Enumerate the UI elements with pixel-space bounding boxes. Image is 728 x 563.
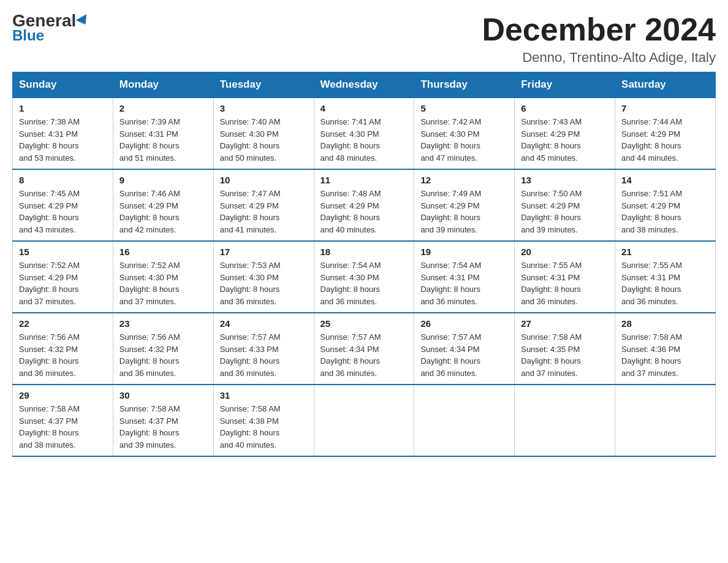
day-info: Sunrise: 7:41 AM Sunset: 4:30 PM Dayligh… [320,116,408,164]
calendar-header-row: Sunday Monday Tuesday Wednesday Thursday… [13,72,716,98]
day-number: 14 [621,175,709,185]
table-row: 9 Sunrise: 7:46 AM Sunset: 4:29 PM Dayli… [113,169,213,241]
day-info: Sunrise: 7:50 AM Sunset: 4:29 PM Dayligh… [521,188,609,236]
day-info: Sunrise: 7:48 AM Sunset: 4:29 PM Dayligh… [320,188,408,236]
day-number: 2 [119,103,207,113]
day-info: Sunrise: 7:53 AM Sunset: 4:30 PM Dayligh… [220,259,308,307]
col-sunday: Sunday [13,72,113,98]
day-number: 13 [521,175,609,185]
table-row: 1 Sunrise: 7:38 AM Sunset: 4:31 PM Dayli… [13,98,113,169]
day-info: Sunrise: 7:51 AM Sunset: 4:29 PM Dayligh… [621,188,709,236]
table-row [414,385,515,456]
day-info: Sunrise: 7:58 AM Sunset: 4:36 PM Dayligh… [621,331,709,379]
day-number: 19 [420,247,508,257]
calendar-week-row: 8 Sunrise: 7:45 AM Sunset: 4:29 PM Dayli… [13,169,716,241]
day-number: 26 [420,318,508,329]
day-info: Sunrise: 7:56 AM Sunset: 4:32 PM Dayligh… [19,331,107,379]
table-row: 30 Sunrise: 7:58 AM Sunset: 4:37 PM Dayl… [113,385,213,456]
calendar-week-row: 1 Sunrise: 7:38 AM Sunset: 4:31 PM Dayli… [13,98,716,169]
day-number: 11 [320,175,408,185]
col-tuesday: Tuesday [213,72,314,98]
day-info: Sunrise: 7:42 AM Sunset: 4:30 PM Dayligh… [420,116,508,164]
calendar-week-row: 29 Sunrise: 7:58 AM Sunset: 4:37 PM Dayl… [13,385,716,456]
day-info: Sunrise: 7:58 AM Sunset: 4:37 PM Dayligh… [119,403,207,451]
day-number: 27 [521,318,609,329]
location-subtitle: Denno, Trentino-Alto Adige, Italy [482,50,716,66]
day-info: Sunrise: 7:54 AM Sunset: 4:31 PM Dayligh… [420,259,508,307]
day-info: Sunrise: 7:57 AM Sunset: 4:34 PM Dayligh… [320,331,408,379]
table-row: 31 Sunrise: 7:58 AM Sunset: 4:38 PM Dayl… [213,385,314,456]
day-info: Sunrise: 7:46 AM Sunset: 4:29 PM Dayligh… [119,188,207,236]
day-number: 29 [19,390,107,400]
table-row: 5 Sunrise: 7:42 AM Sunset: 4:30 PM Dayli… [414,98,515,169]
table-row: 8 Sunrise: 7:45 AM Sunset: 4:29 PM Dayli… [13,169,113,241]
col-saturday: Saturday [615,72,716,98]
col-monday: Monday [113,72,213,98]
table-row: 22 Sunrise: 7:56 AM Sunset: 4:32 PM Dayl… [13,313,113,385]
day-number: 5 [420,103,508,113]
day-number: 3 [220,103,308,113]
day-info: Sunrise: 7:38 AM Sunset: 4:31 PM Dayligh… [19,116,107,164]
table-row: 12 Sunrise: 7:49 AM Sunset: 4:29 PM Dayl… [414,169,515,241]
table-row [314,385,414,456]
calendar-week-row: 22 Sunrise: 7:56 AM Sunset: 4:32 PM Dayl… [13,313,716,385]
day-number: 1 [19,103,107,113]
logo: General Blue [12,12,89,44]
day-number: 16 [119,247,207,257]
col-thursday: Thursday [414,72,515,98]
table-row: 26 Sunrise: 7:57 AM Sunset: 4:34 PM Dayl… [414,313,515,385]
day-number: 30 [119,390,207,400]
page-header: General Blue December 2024 Denno, Trenti… [12,12,716,66]
day-number: 12 [420,175,508,185]
day-info: Sunrise: 7:55 AM Sunset: 4:31 PM Dayligh… [521,259,609,307]
table-row: 24 Sunrise: 7:57 AM Sunset: 4:33 PM Dayl… [213,313,314,385]
day-number: 9 [119,175,207,185]
table-row: 25 Sunrise: 7:57 AM Sunset: 4:34 PM Dayl… [314,313,414,385]
day-number: 23 [119,318,207,329]
logo-arrow-icon [76,14,91,28]
day-info: Sunrise: 7:58 AM Sunset: 4:38 PM Dayligh… [220,403,308,451]
calendar-week-row: 15 Sunrise: 7:52 AM Sunset: 4:29 PM Dayl… [13,241,716,313]
day-number: 18 [320,247,408,257]
day-number: 15 [19,247,107,257]
day-info: Sunrise: 7:56 AM Sunset: 4:32 PM Dayligh… [119,331,207,379]
table-row: 14 Sunrise: 7:51 AM Sunset: 4:29 PM Dayl… [615,169,716,241]
table-row: 10 Sunrise: 7:47 AM Sunset: 4:29 PM Dayl… [213,169,314,241]
table-row: 18 Sunrise: 7:54 AM Sunset: 4:30 PM Dayl… [314,241,414,313]
day-info: Sunrise: 7:57 AM Sunset: 4:33 PM Dayligh… [220,331,308,379]
table-row: 6 Sunrise: 7:43 AM Sunset: 4:29 PM Dayli… [515,98,615,169]
day-info: Sunrise: 7:43 AM Sunset: 4:29 PM Dayligh… [521,116,609,164]
day-info: Sunrise: 7:44 AM Sunset: 4:29 PM Dayligh… [621,116,709,164]
table-row: 7 Sunrise: 7:44 AM Sunset: 4:29 PM Dayli… [615,98,716,169]
calendar-table: Sunday Monday Tuesday Wednesday Thursday… [12,72,716,457]
table-row: 16 Sunrise: 7:52 AM Sunset: 4:30 PM Dayl… [113,241,213,313]
day-number: 24 [220,318,308,329]
day-info: Sunrise: 7:39 AM Sunset: 4:31 PM Dayligh… [119,116,207,164]
table-row: 13 Sunrise: 7:50 AM Sunset: 4:29 PM Dayl… [515,169,615,241]
day-number: 7 [621,103,709,113]
day-number: 17 [220,247,308,257]
table-row: 27 Sunrise: 7:58 AM Sunset: 4:35 PM Dayl… [515,313,615,385]
col-wednesday: Wednesday [314,72,414,98]
logo-blue: Blue [12,27,44,44]
table-row: 21 Sunrise: 7:55 AM Sunset: 4:31 PM Dayl… [615,241,716,313]
table-row: 3 Sunrise: 7:40 AM Sunset: 4:30 PM Dayli… [213,98,314,169]
day-number: 4 [320,103,408,113]
table-row: 11 Sunrise: 7:48 AM Sunset: 4:29 PM Dayl… [314,169,414,241]
day-info: Sunrise: 7:55 AM Sunset: 4:31 PM Dayligh… [621,259,709,307]
col-friday: Friday [515,72,615,98]
table-row: 19 Sunrise: 7:54 AM Sunset: 4:31 PM Dayl… [414,241,515,313]
table-row [615,385,716,456]
table-row: 2 Sunrise: 7:39 AM Sunset: 4:31 PM Dayli… [113,98,213,169]
table-row: 4 Sunrise: 7:41 AM Sunset: 4:30 PM Dayli… [314,98,414,169]
day-info: Sunrise: 7:58 AM Sunset: 4:37 PM Dayligh… [19,403,107,451]
day-number: 31 [220,390,308,400]
day-info: Sunrise: 7:58 AM Sunset: 4:35 PM Dayligh… [521,331,609,379]
table-row: 17 Sunrise: 7:53 AM Sunset: 4:30 PM Dayl… [213,241,314,313]
day-info: Sunrise: 7:52 AM Sunset: 4:29 PM Dayligh… [19,259,107,307]
day-number: 21 [621,247,709,257]
day-number: 22 [19,318,107,329]
table-row: 28 Sunrise: 7:58 AM Sunset: 4:36 PM Dayl… [615,313,716,385]
day-number: 8 [19,175,107,185]
day-number: 20 [521,247,609,257]
